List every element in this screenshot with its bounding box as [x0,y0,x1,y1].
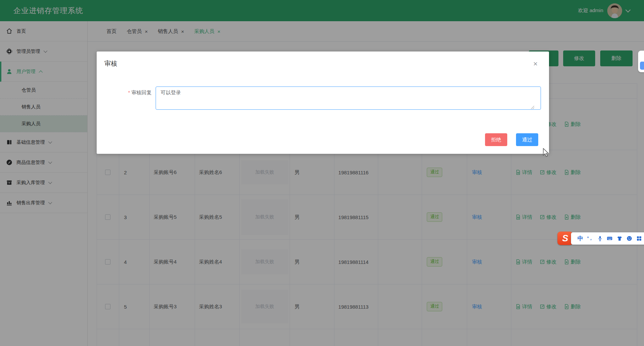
review-dialog: 审核 × *审核回复 可以登录 拒绝 通过 [97,51,549,154]
review-reply-input[interactable]: 可以登录 [156,86,541,110]
approve-button[interactable]: 通过 [516,133,538,146]
ime-keyboard-icon[interactable] [606,235,613,241]
close-icon[interactable]: × [533,60,538,68]
ime-grid-icon[interactable] [635,236,643,241]
ime-punctuation[interactable]: °， [586,235,594,241]
edge-scroll-widget[interactable] [638,50,644,72]
ime-bar: 中°， [571,232,644,245]
edge-widget-thumb[interactable] [640,62,644,70]
ime-emoji-icon[interactable] [625,236,633,241]
ime-mic-icon[interactable] [596,236,604,241]
reject-button[interactable]: 拒绝 [485,133,507,146]
ime-toolbar: S 中°， [557,232,644,245]
required-mark: * [128,90,130,95]
ime-chinese-mode[interactable]: 中 [577,235,584,242]
ime-skin-icon[interactable] [616,236,623,241]
review-reply-label: *审核回复 [97,90,152,96]
dialog-title: 审核 [104,59,117,68]
app-root: 企业进销存管理系统 欢迎 admin 首页管理员管理用户管理仓管员销售人员采购人… [0,0,644,346]
